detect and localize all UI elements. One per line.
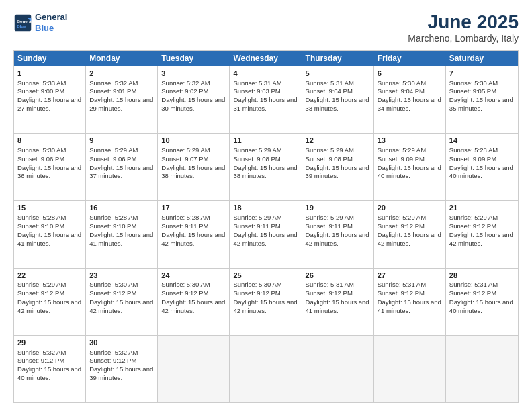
day-8: 8 Sunrise: 5:30 AM Sunset: 9:06 PM Dayli… bbox=[14, 134, 86, 200]
logo-general: General bbox=[35, 12, 67, 23]
weekday-saturday: Saturday bbox=[446, 51, 518, 66]
empty-cell-5 bbox=[446, 336, 518, 402]
day-25: 25 Sunrise: 5:30 AM Sunset: 9:12 PM Dayl… bbox=[230, 269, 302, 335]
day-13: 13 Sunrise: 5:29 AM Sunset: 9:09 PM Dayl… bbox=[374, 134, 446, 200]
svg-text:Blue: Blue bbox=[17, 24, 26, 28]
week-row-1: 1 Sunrise: 5:33 AM Sunset: 9:00 PM Dayli… bbox=[14, 66, 518, 133]
day-2: 2 Sunrise: 5:32 AM Sunset: 9:01 PM Dayli… bbox=[86, 66, 158, 133]
weekday-thursday: Thursday bbox=[302, 51, 374, 66]
day-22: 22 Sunrise: 5:29 AM Sunset: 9:12 PM Dayl… bbox=[14, 269, 86, 335]
day-3: 3 Sunrise: 5:32 AM Sunset: 9:02 PM Dayli… bbox=[158, 66, 230, 133]
empty-cell-2 bbox=[230, 336, 302, 402]
weekday-tuesday: Tuesday bbox=[158, 51, 230, 66]
calendar-subtitle: Marcheno, Lombardy, Italy bbox=[408, 33, 519, 44]
day-28: 28 Sunrise: 5:31 AM Sunset: 9:12 PM Dayl… bbox=[446, 269, 518, 335]
calendar: Sunday Monday Tuesday Wednesday Thursday… bbox=[13, 50, 519, 403]
day-4: 4 Sunrise: 5:31 AM Sunset: 9:03 PM Dayli… bbox=[230, 66, 302, 133]
day-17: 17 Sunrise: 5:28 AM Sunset: 9:11 PM Dayl… bbox=[158, 201, 230, 267]
page: General Blue General Blue June 2025 Marc… bbox=[0, 0, 532, 411]
empty-cell-4 bbox=[374, 336, 446, 402]
day-6: 6 Sunrise: 5:30 AM Sunset: 9:04 PM Dayli… bbox=[374, 66, 446, 133]
day-5: 5 Sunrise: 5:31 AM Sunset: 9:04 PM Dayli… bbox=[302, 66, 374, 133]
day-27: 27 Sunrise: 5:31 AM Sunset: 9:12 PM Dayl… bbox=[374, 269, 446, 335]
weekday-friday: Friday bbox=[374, 51, 446, 66]
title-block: June 2025 Marcheno, Lombardy, Italy bbox=[408, 12, 519, 44]
day-9: 9 Sunrise: 5:29 AM Sunset: 9:06 PM Dayli… bbox=[86, 134, 158, 200]
day-23: 23 Sunrise: 5:30 AM Sunset: 9:12 PM Dayl… bbox=[86, 269, 158, 335]
week-row-5: 29 Sunrise: 5:32 AM Sunset: 9:12 PM Dayl… bbox=[14, 335, 518, 402]
day-12: 12 Sunrise: 5:29 AM Sunset: 9:08 PM Dayl… bbox=[302, 134, 374, 200]
day-19: 19 Sunrise: 5:29 AM Sunset: 9:11 PM Dayl… bbox=[302, 201, 374, 267]
day-26: 26 Sunrise: 5:31 AM Sunset: 9:12 PM Dayl… bbox=[302, 269, 374, 335]
day-21: 21 Sunrise: 5:29 AM Sunset: 9:12 PM Dayl… bbox=[446, 201, 518, 267]
weekday-sunday: Sunday bbox=[14, 51, 86, 66]
logo-icon: General Blue bbox=[13, 13, 32, 32]
week-row-2: 8 Sunrise: 5:30 AM Sunset: 9:06 PM Dayli… bbox=[14, 133, 518, 200]
day-14: 14 Sunrise: 5:28 AM Sunset: 9:09 PM Dayl… bbox=[446, 134, 518, 200]
day-15: 15 Sunrise: 5:28 AM Sunset: 9:10 PM Dayl… bbox=[14, 201, 86, 267]
week-row-3: 15 Sunrise: 5:28 AM Sunset: 9:10 PM Dayl… bbox=[14, 200, 518, 267]
day-11: 11 Sunrise: 5:29 AM Sunset: 9:08 PM Dayl… bbox=[230, 134, 302, 200]
day-1: 1 Sunrise: 5:33 AM Sunset: 9:00 PM Dayli… bbox=[14, 66, 86, 133]
day-30: 30 Sunrise: 5:32 AM Sunset: 9:12 PM Dayl… bbox=[86, 336, 158, 402]
weekday-wednesday: Wednesday bbox=[230, 51, 302, 66]
day-18: 18 Sunrise: 5:29 AM Sunset: 9:11 PM Dayl… bbox=[230, 201, 302, 267]
header: General Blue General Blue June 2025 Marc… bbox=[13, 12, 519, 44]
empty-cell-3 bbox=[302, 336, 374, 402]
day-20: 20 Sunrise: 5:29 AM Sunset: 9:12 PM Dayl… bbox=[374, 201, 446, 267]
week-row-4: 22 Sunrise: 5:29 AM Sunset: 9:12 PM Dayl… bbox=[14, 268, 518, 335]
logo-blue: Blue bbox=[35, 23, 67, 34]
day-24: 24 Sunrise: 5:30 AM Sunset: 9:12 PM Dayl… bbox=[158, 269, 230, 335]
calendar-title: June 2025 bbox=[408, 12, 519, 33]
day-10: 10 Sunrise: 5:29 AM Sunset: 9:07 PM Dayl… bbox=[158, 134, 230, 200]
calendar-body: 1 Sunrise: 5:33 AM Sunset: 9:00 PM Dayli… bbox=[14, 66, 518, 402]
weekday-monday: Monday bbox=[86, 51, 158, 66]
day-16: 16 Sunrise: 5:28 AM Sunset: 9:10 PM Dayl… bbox=[86, 201, 158, 267]
day-29: 29 Sunrise: 5:32 AM Sunset: 9:12 PM Dayl… bbox=[14, 336, 86, 402]
day-7: 7 Sunrise: 5:30 AM Sunset: 9:05 PM Dayli… bbox=[446, 66, 518, 133]
calendar-header: Sunday Monday Tuesday Wednesday Thursday… bbox=[14, 51, 518, 66]
logo: General Blue General Blue bbox=[13, 12, 67, 33]
empty-cell-1 bbox=[158, 336, 230, 402]
